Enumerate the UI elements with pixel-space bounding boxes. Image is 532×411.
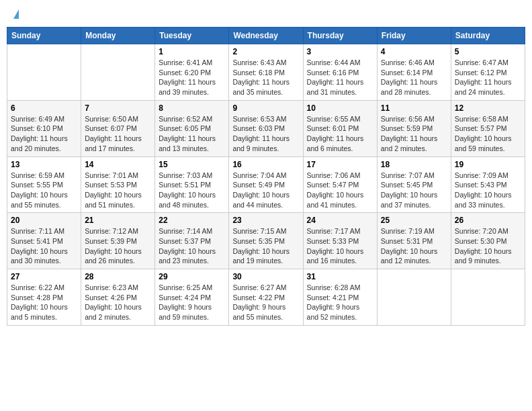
day-info: Sunrise: 6:53 AM Sunset: 6:03 PM Dayligh… [232,114,299,154]
calendar-week-row: 1Sunrise: 6:41 AM Sunset: 6:20 PM Daylig… [7,44,525,101]
calendar-week-row: 27Sunrise: 6:22 AM Sunset: 4:28 PM Dayli… [7,269,525,326]
calendar-cell: 18Sunrise: 7:07 AM Sunset: 5:45 PM Dayli… [377,156,451,213]
day-info: Sunrise: 6:50 AM Sunset: 6:07 PM Dayligh… [85,114,151,154]
calendar-week-row: 20Sunrise: 7:11 AM Sunset: 5:41 PM Dayli… [7,213,525,269]
calendar-cell: 1Sunrise: 6:41 AM Sunset: 6:20 PM Daylig… [155,44,229,101]
day-number: 18 [381,160,447,169]
calendar-cell: 4Sunrise: 6:46 AM Sunset: 6:14 PM Daylig… [377,44,451,101]
day-info: Sunrise: 6:22 AM Sunset: 4:28 PM Dayligh… [11,283,77,322]
calendar-cell: 3Sunrise: 6:44 AM Sunset: 6:16 PM Daylig… [303,44,377,101]
day-info: Sunrise: 7:04 AM Sunset: 5:49 PM Dayligh… [232,171,299,210]
day-number: 13 [11,160,77,169]
calendar-cell: 16Sunrise: 7:04 AM Sunset: 5:49 PM Dayli… [229,156,303,213]
calendar-cell: 29Sunrise: 6:25 AM Sunset: 4:24 PM Dayli… [155,269,229,326]
calendar-cell: 17Sunrise: 7:06 AM Sunset: 5:47 PM Dayli… [303,156,377,213]
calendar-week-row: 13Sunrise: 6:59 AM Sunset: 5:55 PM Dayli… [7,156,525,213]
calendar-cell: 27Sunrise: 6:22 AM Sunset: 4:28 PM Dayli… [7,269,81,326]
day-info: Sunrise: 7:15 AM Sunset: 5:35 PM Dayligh… [232,226,299,266]
day-number: 2 [232,47,299,56]
day-number: 30 [232,272,299,281]
day-info: Sunrise: 6:28 AM Sunset: 4:21 PM Dayligh… [307,283,373,322]
logo [12,9,19,19]
calendar-cell: 24Sunrise: 7:17 AM Sunset: 5:33 PM Dayli… [303,213,377,269]
calendar-cell [7,44,81,101]
calendar-cell: 22Sunrise: 7:14 AM Sunset: 5:37 PM Dayli… [155,213,229,269]
calendar-cell: 31Sunrise: 6:28 AM Sunset: 4:21 PM Dayli… [303,269,377,326]
calendar-cell: 14Sunrise: 7:01 AM Sunset: 5:53 PM Dayli… [81,156,155,213]
weekday-header: Friday [377,28,451,44]
day-number: 1 [159,47,225,56]
calendar-cell: 26Sunrise: 7:20 AM Sunset: 5:30 PM Dayli… [451,213,525,269]
calendar-cell: 20Sunrise: 7:11 AM Sunset: 5:41 PM Dayli… [7,213,81,269]
calendar-cell [377,269,451,326]
day-number: 16 [232,160,299,169]
day-number: 20 [11,216,77,225]
calendar-cell: 6Sunrise: 6:49 AM Sunset: 6:10 PM Daylig… [7,100,81,156]
calendar-cell: 15Sunrise: 7:03 AM Sunset: 5:51 PM Dayli… [155,156,229,213]
page-header [7,7,525,21]
weekday-header: Monday [81,28,155,44]
day-info: Sunrise: 6:23 AM Sunset: 4:26 PM Dayligh… [85,283,151,322]
day-info: Sunrise: 7:07 AM Sunset: 5:45 PM Dayligh… [381,171,447,210]
day-number: 25 [381,216,447,225]
day-info: Sunrise: 6:58 AM Sunset: 5:57 PM Dayligh… [455,114,521,154]
day-number: 6 [11,103,77,113]
day-info: Sunrise: 7:12 AM Sunset: 5:39 PM Dayligh… [85,226,151,266]
day-info: Sunrise: 7:03 AM Sunset: 5:51 PM Dayligh… [159,171,225,210]
calendar-cell: 23Sunrise: 7:15 AM Sunset: 5:35 PM Dayli… [229,213,303,269]
day-info: Sunrise: 6:49 AM Sunset: 6:10 PM Dayligh… [11,114,77,154]
day-info: Sunrise: 6:43 AM Sunset: 6:18 PM Dayligh… [232,58,299,97]
day-number: 7 [85,103,151,113]
day-number: 21 [85,216,151,225]
day-number: 28 [85,272,151,281]
day-number: 19 [455,160,521,169]
calendar-cell: 28Sunrise: 6:23 AM Sunset: 4:26 PM Dayli… [81,269,155,326]
day-info: Sunrise: 7:09 AM Sunset: 5:43 PM Dayligh… [455,171,521,210]
day-info: Sunrise: 7:14 AM Sunset: 5:37 PM Dayligh… [159,226,225,266]
day-info: Sunrise: 6:56 AM Sunset: 5:59 PM Dayligh… [381,114,447,154]
day-info: Sunrise: 7:17 AM Sunset: 5:33 PM Dayligh… [307,226,373,266]
day-info: Sunrise: 6:46 AM Sunset: 6:14 PM Dayligh… [381,58,447,97]
calendar-cell: 8Sunrise: 6:52 AM Sunset: 6:05 PM Daylig… [155,100,229,156]
day-number: 9 [232,103,299,113]
calendar-cell: 11Sunrise: 6:56 AM Sunset: 5:59 PM Dayli… [377,100,451,156]
calendar-header-row: SundayMondayTuesdayWednesdayThursdayFrid… [7,28,525,44]
calendar-cell: 5Sunrise: 6:47 AM Sunset: 6:12 PM Daylig… [451,44,525,101]
day-info: Sunrise: 7:01 AM Sunset: 5:53 PM Dayligh… [85,171,151,210]
calendar-cell [81,44,155,101]
day-number: 12 [455,103,521,113]
calendar-cell: 2Sunrise: 6:43 AM Sunset: 6:18 PM Daylig… [229,44,303,101]
calendar-cell: 7Sunrise: 6:50 AM Sunset: 6:07 PM Daylig… [81,100,155,156]
day-number: 11 [381,103,447,113]
calendar-cell: 21Sunrise: 7:12 AM Sunset: 5:39 PM Dayli… [81,213,155,269]
calendar-cell: 10Sunrise: 6:55 AM Sunset: 6:01 PM Dayli… [303,100,377,156]
calendar-cell: 13Sunrise: 6:59 AM Sunset: 5:55 PM Dayli… [7,156,81,213]
logo-icon [13,9,19,19]
day-number: 15 [159,160,225,169]
day-number: 31 [307,272,373,281]
weekday-header: Sunday [7,28,81,44]
calendar-cell: 12Sunrise: 6:58 AM Sunset: 5:57 PM Dayli… [451,100,525,156]
day-number: 23 [232,216,299,225]
day-number: 10 [307,103,373,113]
day-info: Sunrise: 7:11 AM Sunset: 5:41 PM Dayligh… [11,226,77,266]
day-info: Sunrise: 6:47 AM Sunset: 6:12 PM Dayligh… [455,58,521,97]
day-number: 14 [85,160,151,169]
day-info: Sunrise: 6:27 AM Sunset: 4:22 PM Dayligh… [232,283,299,322]
day-info: Sunrise: 6:41 AM Sunset: 6:20 PM Dayligh… [159,58,225,97]
day-info: Sunrise: 6:59 AM Sunset: 5:55 PM Dayligh… [11,171,77,210]
day-info: Sunrise: 6:25 AM Sunset: 4:24 PM Dayligh… [159,283,225,322]
day-info: Sunrise: 6:55 AM Sunset: 6:01 PM Dayligh… [307,114,373,154]
day-number: 8 [159,103,225,113]
weekday-header: Wednesday [229,28,303,44]
day-number: 24 [307,216,373,225]
day-number: 26 [455,216,521,225]
day-info: Sunrise: 7:19 AM Sunset: 5:31 PM Dayligh… [381,226,447,266]
day-info: Sunrise: 6:44 AM Sunset: 6:16 PM Dayligh… [307,58,373,97]
day-number: 22 [159,216,225,225]
day-number: 29 [159,272,225,281]
day-info: Sunrise: 6:52 AM Sunset: 6:05 PM Dayligh… [159,114,225,154]
weekday-header: Saturday [451,28,525,44]
day-number: 5 [455,47,521,56]
day-number: 17 [307,160,373,169]
